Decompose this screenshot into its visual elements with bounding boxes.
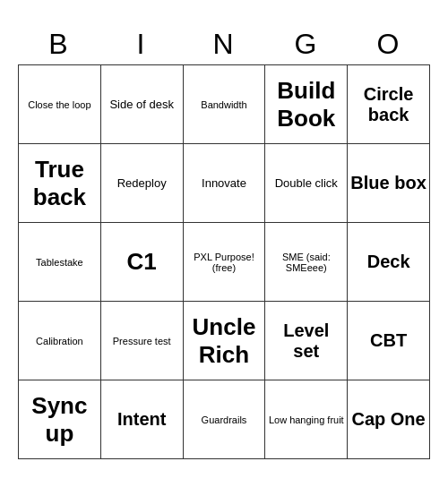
bingo-cell[interactable]: Double click [265,144,348,223]
cell-text: Cap One [350,409,426,430]
cell-text: C1 [104,248,180,276]
bingo-cell[interactable]: Low hanging fruit [265,380,348,459]
bingo-cell[interactable]: Level set [265,302,348,380]
header-letter: G [265,28,348,61]
cell-text: Deck [350,252,426,272]
header-letter: N [183,28,265,61]
bingo-cell[interactable]: Sync up [19,380,101,459]
cell-text: Innovate [186,176,263,190]
bingo-cell[interactable]: SME (said: SMEeee) [265,223,348,302]
bingo-cell[interactable]: Guardrails [184,380,266,459]
bingo-cell[interactable]: Intent [101,380,184,459]
bingo-grid: Close the loopSide of deskBandwidthBuild… [18,64,430,459]
cell-text: Redeploy [104,176,180,190]
cell-text: CBT [350,330,426,351]
cell-text: Tablestake [22,257,98,268]
cell-text: Build Book [268,77,344,132]
cell-text: Circle back [350,84,426,125]
bingo-cell[interactable]: Calibration [19,302,101,380]
cell-text: Intent [104,409,180,430]
cell-text: Side of desk [104,98,180,111]
bingo-card: BINGO Close the loopSide of deskBandwidt… [9,19,439,468]
cell-text: Calibration [22,336,98,346]
header-letter: B [18,28,100,61]
cell-text: SME (said: SMEeee) [268,252,344,273]
header-letter: I [100,28,183,61]
bingo-cell[interactable]: Deck [348,223,430,302]
bingo-cell[interactable]: C1 [101,223,184,302]
cell-text: Low hanging fruit [268,414,344,425]
bingo-cell[interactable]: Cap One [348,380,430,459]
cell-text: Blue box [350,173,426,193]
bingo-cell[interactable]: Close the loop [19,65,101,144]
cell-text: PXL Purpose! (free) [186,252,263,273]
bingo-cell[interactable]: Uncle Rich [184,302,266,380]
bingo-cell[interactable]: CBT [348,302,430,380]
cell-text: True back [22,156,98,211]
bingo-cell[interactable]: True back [19,144,101,223]
bingo-header: BINGO [18,28,430,61]
cell-text: Level set [268,320,344,362]
bingo-cell[interactable]: Blue box [348,144,430,223]
cell-text: Uncle Rich [186,313,263,369]
cell-text: Bandwidth [186,99,263,110]
bingo-cell[interactable]: Circle back [348,65,430,144]
bingo-cell[interactable]: Tablestake [19,223,101,302]
bingo-cell[interactable]: Pressure test [101,302,184,380]
bingo-cell[interactable]: Bandwidth [184,65,266,144]
cell-text: Guardrails [186,414,263,425]
bingo-cell[interactable]: Redeploy [101,144,184,223]
bingo-cell[interactable]: Build Book [265,65,348,144]
cell-text: Double click [268,176,344,190]
cell-text: Pressure test [104,336,180,346]
header-letter: O [348,28,430,61]
cell-text: Close the loop [22,99,98,110]
bingo-cell[interactable]: Innovate [184,144,266,223]
bingo-cell[interactable]: Side of desk [101,65,184,144]
cell-text: Sync up [22,392,98,448]
bingo-cell[interactable]: PXL Purpose! (free) [184,223,266,302]
